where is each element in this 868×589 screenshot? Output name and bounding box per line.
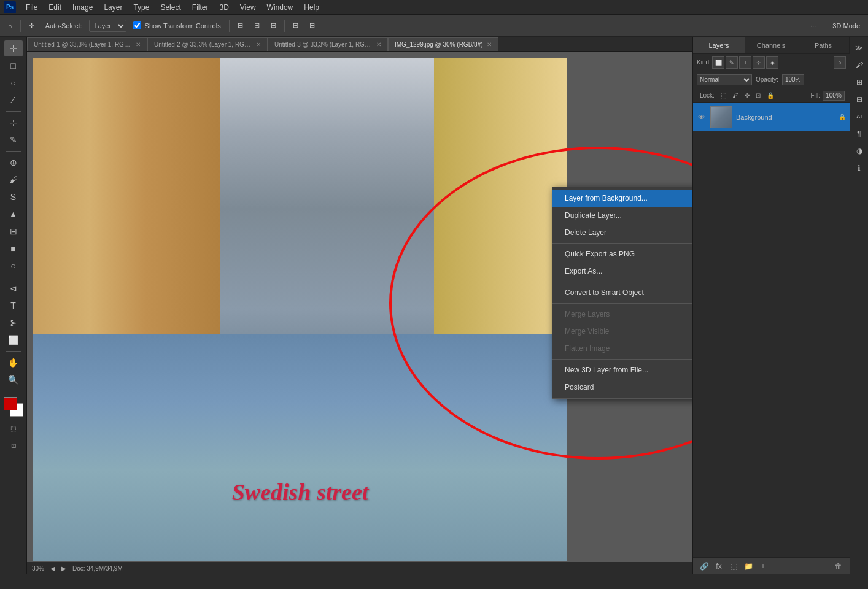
move-tool-button[interactable]: ✛ xyxy=(25,20,39,31)
ctx-separator-4 xyxy=(552,359,692,360)
menu-type[interactable]: Type xyxy=(128,2,154,13)
filter-type-btn[interactable]: T xyxy=(739,56,751,69)
ctx-quick-export[interactable]: Quick Export as PNG xyxy=(552,245,692,263)
filter-pixel-btn[interactable]: ⬜ xyxy=(712,56,724,69)
paragraph-btn[interactable]: ¶ xyxy=(852,126,867,141)
3d-mode-button[interactable]: 3D Mode xyxy=(828,20,864,31)
lock-all-btn[interactable]: 🔒 xyxy=(765,91,776,99)
tab-close-1[interactable]: ✕ xyxy=(136,41,141,48)
eraser-tool[interactable]: ⊟ xyxy=(4,223,23,239)
ctx-new-3d-layer[interactable]: New 3D Layer from File... xyxy=(552,361,692,379)
brush-presets-btn[interactable]: 🖌 xyxy=(852,58,867,72)
filter-adjust-btn[interactable]: ✎ xyxy=(726,56,738,69)
nav-next[interactable]: ▶ xyxy=(61,565,66,572)
tab-untitled-2[interactable]: Untitled-2 @ 33,3% (Layer 1, RGB/8#) ✕ xyxy=(147,37,268,51)
opacity-input[interactable] xyxy=(782,74,804,85)
ai-btn[interactable]: AI xyxy=(852,109,867,124)
type-tool[interactable]: T xyxy=(4,298,23,314)
eyedropper-tool[interactable]: ✎ xyxy=(4,132,23,148)
nav-prev[interactable]: ◀ xyxy=(50,565,55,572)
align-center-button[interactable]: ⊟ xyxy=(250,20,264,31)
menu-help[interactable]: Help xyxy=(299,2,324,13)
brush-tool[interactable]: 🖌 xyxy=(4,172,23,188)
expand-panels-btn[interactable]: ≫ xyxy=(852,40,867,55)
marquee-tool[interactable]: □ xyxy=(4,58,23,74)
pen-tool[interactable]: ⊲ xyxy=(4,280,23,296)
grid-btn[interactable]: ⊞ xyxy=(852,75,867,90)
lock-transparent-btn[interactable]: ⬚ xyxy=(719,91,728,99)
fill-input[interactable] xyxy=(823,91,845,101)
more-options-button[interactable]: ··· xyxy=(806,20,820,31)
ctx-merge-layers[interactable]: Merge Layers xyxy=(552,306,692,323)
link-layers-btn[interactable]: 🔗 xyxy=(698,560,710,572)
tab-close-4[interactable]: ✕ xyxy=(487,41,492,48)
info-btn[interactable]: ℹ xyxy=(852,161,867,175)
align-right-button[interactable]: ⊟ xyxy=(266,20,281,31)
align-left-button[interactable]: ⊟ xyxy=(233,20,247,31)
tab-paths[interactable]: Paths xyxy=(797,37,850,53)
quick-mask-button[interactable]: ⬚ xyxy=(4,420,23,436)
properties-btn[interactable]: ⊟ xyxy=(852,92,867,107)
ctx-merge-visible[interactable]: Merge Visible xyxy=(552,323,692,340)
tab-close-2[interactable]: ✕ xyxy=(256,41,261,48)
tab-untitled-3[interactable]: Untitled-3 @ 33,3% (Layer 1, RGB/8#) ✕ xyxy=(268,37,388,51)
new-group-btn[interactable]: 📁 xyxy=(742,560,754,572)
ctx-delete-layer[interactable]: Delete Layer xyxy=(552,224,692,241)
ctx-export-as[interactable]: Export As... xyxy=(552,263,692,280)
add-style-btn[interactable]: fx xyxy=(713,560,725,572)
menu-image[interactable]: Image xyxy=(68,2,98,13)
color-swatches[interactable] xyxy=(4,397,23,417)
ctx-flatten-image[interactable]: Flatten Image xyxy=(552,340,692,357)
home-button[interactable]: ⌂ xyxy=(4,20,17,31)
healing-tool[interactable]: ⊕ xyxy=(4,155,23,171)
tab-untitled-1[interactable]: Untitled-1 @ 33,3% (Layer 1, RGB/8#) ✕ xyxy=(27,37,147,51)
foreground-color-swatch[interactable] xyxy=(4,397,17,410)
auto-select-dropdown[interactable]: Layer Group xyxy=(89,20,126,32)
lock-position-btn[interactable]: ✛ xyxy=(743,91,751,99)
delete-layer-btn[interactable]: 🗑 xyxy=(832,560,845,572)
menu-filter[interactable]: Filter xyxy=(187,2,214,13)
layer-item-background[interactable]: 👁 Background 🔒 xyxy=(693,103,850,131)
magic-wand-tool[interactable]: ∕ xyxy=(4,92,23,108)
layer-visibility-toggle[interactable]: 👁 xyxy=(697,112,707,122)
ctx-convert-smart-object[interactable]: Convert to Smart Object xyxy=(552,284,692,301)
lock-pixels-btn[interactable]: 🖌 xyxy=(730,91,740,99)
hand-tool[interactable]: ✋ xyxy=(4,355,23,371)
tab-channels[interactable]: Channels xyxy=(745,37,797,53)
menu-view[interactable]: View xyxy=(235,2,261,13)
menu-select[interactable]: Select xyxy=(155,2,185,13)
distribute2-button[interactable]: ⊟ xyxy=(305,20,319,31)
add-mask-btn[interactable]: ⬚ xyxy=(727,560,740,572)
shape-tool[interactable]: ⬜ xyxy=(4,332,23,348)
menu-layer[interactable]: Layer xyxy=(99,2,127,13)
menu-3d[interactable]: 3D xyxy=(214,2,233,13)
filter-smart-btn[interactable]: ◈ xyxy=(766,56,778,69)
blend-mode-select[interactable]: Normal Multiply Screen xyxy=(697,74,752,85)
history-tool[interactable]: ▲ xyxy=(4,206,23,222)
tab-close-3[interactable]: ✕ xyxy=(376,41,381,48)
new-layer-btn[interactable]: + xyxy=(757,560,769,572)
filter-shape-btn[interactable]: ⊹ xyxy=(753,56,765,69)
crop-tool[interactable]: ⊹ xyxy=(4,115,23,131)
path-select-tool[interactable]: ⊱ xyxy=(4,315,23,331)
menu-window[interactable]: Window xyxy=(262,2,298,13)
adjustments-btn[interactable]: ◑ xyxy=(852,144,867,158)
distribute-button[interactable]: ⊟ xyxy=(289,20,303,31)
lasso-tool[interactable]: ○ xyxy=(4,75,23,91)
menu-edit[interactable]: Edit xyxy=(44,2,66,13)
show-transform-checkbox[interactable] xyxy=(133,21,141,29)
tab-layers[interactable]: Layers xyxy=(693,37,745,53)
ctx-postcard[interactable]: Postcard xyxy=(552,379,692,396)
screen-mode-button[interactable]: ⊡ xyxy=(4,437,23,453)
filter-toggle-btn[interactable]: ○ xyxy=(834,56,846,69)
dodge-tool[interactable]: ○ xyxy=(4,258,23,274)
zoom-tool[interactable]: 🔍 xyxy=(4,372,23,388)
gradient-tool[interactable]: ■ xyxy=(4,241,23,256)
move-tool[interactable]: ✛ xyxy=(4,40,23,56)
tab-img1299[interactable]: IMG_1299.jpg @ 30% (RGB/8#) ✕ xyxy=(388,37,498,51)
clone-tool[interactable]: S xyxy=(4,189,23,205)
ctx-layer-from-background[interactable]: Layer from Background... xyxy=(552,190,692,207)
menu-file[interactable]: File xyxy=(21,2,42,13)
ctx-duplicate-layer[interactable]: Duplicate Layer... xyxy=(552,207,692,224)
lock-artboard-btn[interactable]: ⊡ xyxy=(754,91,762,99)
